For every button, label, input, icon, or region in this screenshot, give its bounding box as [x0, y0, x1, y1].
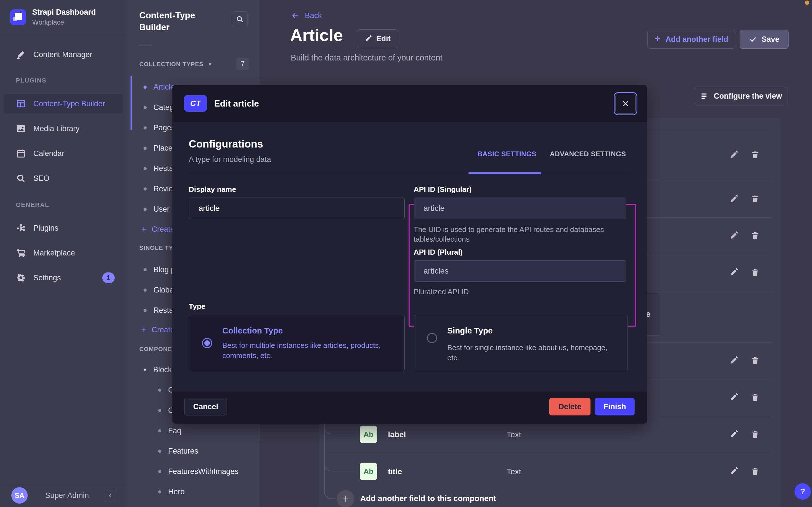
collection-type-card[interactable]: Collection Type Best for multiple instan… [189, 315, 404, 371]
row-actions [729, 430, 760, 439]
search-icon [236, 15, 244, 23]
sidebar-item-seo[interactable]: SEO [4, 168, 123, 188]
trash-icon[interactable] [751, 231, 760, 240]
row-divider [328, 453, 771, 453]
app-subtitle: Workplace [32, 18, 96, 26]
configure-view-button[interactable]: Configure the view [694, 87, 788, 105]
user-avatar[interactable]: SA [11, 487, 28, 504]
bullet-icon [143, 86, 147, 89]
tree-branch-line [324, 434, 355, 471]
bullet-icon [158, 389, 161, 392]
trash-icon[interactable] [751, 150, 760, 159]
strapi-logo-icon [10, 9, 26, 25]
pencil-icon[interactable] [729, 150, 738, 159]
single-type-card[interactable]: Single Type Best for single instance lik… [414, 315, 628, 371]
api-id-singular-help: The UID is used to generate the API rout… [414, 225, 623, 244]
main-sidebar: Strapi Dashboard Workplace Content Manag… [0, 0, 127, 507]
bullet-icon [143, 208, 147, 211]
bullet-icon [143, 187, 147, 190]
content-type-badge: CT [184, 95, 207, 112]
cancel-button[interactable]: Cancel [184, 398, 227, 415]
finish-button[interactable]: Finish [595, 398, 635, 415]
edit-button[interactable]: Edit [357, 30, 398, 48]
api-id-plural-input[interactable]: articles [414, 260, 626, 282]
configurations-heading: Configurations [189, 138, 263, 150]
bullet-icon [143, 309, 147, 312]
trash-icon[interactable] [751, 393, 760, 402]
display-name-label: Display name [189, 185, 236, 194]
bullet-icon [143, 167, 147, 170]
pencil-icon[interactable] [729, 430, 738, 439]
chevron-down-icon: ▾ [143, 366, 146, 373]
row-actions [729, 150, 760, 159]
sidebar-item-label: Marketplace [33, 249, 75, 258]
pencil-icon[interactable] [729, 194, 738, 204]
back-link[interactable]: Back [291, 11, 322, 20]
puzzle-icon [16, 223, 26, 233]
save-button[interactable]: Save [740, 30, 789, 49]
app-title: Strapi Dashboard [32, 8, 96, 17]
pencil-icon[interactable] [729, 231, 738, 240]
component-item-hero[interactable]: Hero [127, 482, 259, 502]
radio-unselected-icon[interactable] [427, 333, 437, 343]
trash-icon[interactable] [751, 356, 760, 365]
single-type-title: Single Type [447, 326, 493, 335]
sidebar-collapse-button[interactable]: ‹ [104, 489, 116, 502]
row-actions [729, 231, 760, 240]
sidebar-item-content-type-builder[interactable]: Content-Type Builder [4, 94, 123, 114]
sidebar-item-marketplace[interactable]: Marketplace [4, 243, 123, 263]
help-button[interactable]: ? [795, 483, 811, 500]
sidebar-item-label: Settings [33, 274, 61, 282]
sidebar-item-calendar[interactable]: Calendar [4, 144, 123, 163]
trash-icon[interactable] [751, 194, 760, 204]
bullet-icon [158, 490, 161, 494]
search-button[interactable] [232, 11, 248, 27]
bullet-icon [143, 106, 147, 109]
delete-button[interactable]: Delete [549, 398, 590, 415]
workspace-logo-row[interactable]: Strapi Dashboard Workplace [10, 8, 96, 26]
collection-type-title: Collection Type [223, 326, 283, 335]
bullet-icon [158, 450, 161, 453]
cart-icon [16, 248, 26, 258]
modal-footer: Cancel Delete Finish [172, 392, 647, 424]
tabs-divider [189, 174, 631, 174]
sidebar-item-media-library[interactable]: Media Library [4, 119, 123, 138]
pencil-icon[interactable] [729, 393, 738, 402]
settings-notification-badge: 1 [102, 272, 115, 283]
builder-panel-title: Content-Type Builder [139, 10, 224, 33]
component-item-features-with-images[interactable]: FeaturesWithImages [127, 461, 259, 482]
collection-types-count-badge: 7 [237, 58, 249, 70]
component-item-features[interactable]: Features [127, 441, 259, 461]
field-type: Text [507, 467, 521, 476]
chevron-down-icon: ▼ [207, 61, 213, 67]
sidebar-item-content-manager[interactable]: Content Manager [4, 45, 123, 64]
collection-type-desc: Best for multiple instances like article… [223, 340, 389, 360]
panel-scrollbar-thumb[interactable] [131, 76, 132, 130]
pencil-icon[interactable] [729, 467, 738, 476]
pencil-icon[interactable] [729, 268, 738, 277]
add-component-field-label[interactable]: Add another field to this component [360, 494, 496, 503]
close-button[interactable] [615, 94, 636, 114]
add-another-field-button[interactable]: + Add another field [647, 30, 736, 49]
tab-advanced-settings[interactable]: ADVANCED SETTINGS [550, 150, 626, 158]
general-section-label: GENERAL [16, 201, 49, 209]
filter-bars-icon [700, 92, 708, 100]
sidebar-item-label: Calendar [33, 149, 64, 158]
add-component-field-button[interactable]: + [337, 490, 354, 507]
sidebar-item-plugins[interactable]: Plugins [4, 218, 123, 238]
sidebar-divider [0, 36, 127, 36]
trash-icon[interactable] [751, 430, 760, 439]
sidebar-item-label: Plugins [33, 224, 59, 233]
trash-icon[interactable] [751, 268, 760, 277]
radio-selected-icon[interactable] [202, 338, 212, 348]
collection-types-header[interactable]: COLLECTION TYPES ▼ [139, 58, 247, 71]
pencil-icon [365, 35, 372, 42]
tab-basic-settings[interactable]: BASIC SETTINGS [478, 150, 536, 158]
pencil-icon[interactable] [729, 356, 738, 365]
trash-icon[interactable] [751, 467, 760, 476]
field-name: title [388, 467, 402, 476]
close-icon [622, 100, 629, 108]
api-id-singular-input[interactable]: article [414, 198, 626, 219]
collection-types-label: COLLECTION TYPES [139, 61, 203, 67]
display-name-input[interactable]: article [189, 198, 404, 219]
